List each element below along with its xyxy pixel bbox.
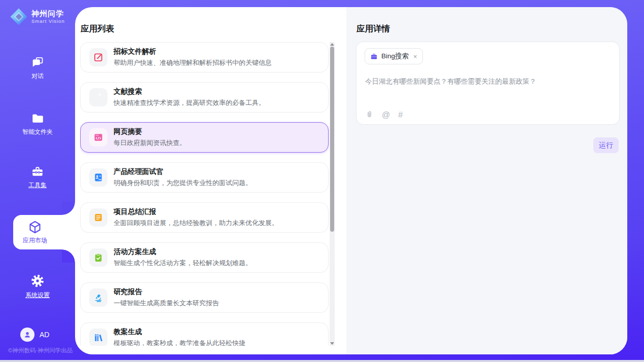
sidebar-item-label: 系统设置 — [25, 291, 50, 300]
user-initials: AD — [40, 331, 49, 339]
scroll-down-icon[interactable] — [330, 342, 334, 345]
app-name: 活动方案生成 — [114, 247, 252, 257]
gear-icon — [30, 274, 45, 288]
clipboard-icon — [89, 248, 108, 267]
app-card[interactable]: 文献搜索快速精准查找学术资源，提高研究效率的必备工具。 — [80, 82, 329, 113]
sidebar-item-label: 智能文件夹 — [22, 128, 53, 136]
mention-icon[interactable]: @ — [382, 111, 390, 120]
app-card[interactable]: 教案生成模板驱动，教案秒成，教学准备从此轻松快捷 — [80, 322, 329, 346]
app-name: 文献搜索 — [114, 87, 265, 96]
app-name: 项目总结汇报 — [114, 207, 278, 216]
app-desc: 快速精准查找学术资源，提高研究效率的必备工具。 — [114, 98, 265, 107]
app-card[interactable]: 活动方案生成智能生成个性化活动方案，轻松解决规划难题。 — [80, 242, 329, 273]
sidebar-item-settings[interactable]: 系统设置 — [0, 274, 75, 300]
tool-chip-label: Bing搜索 — [381, 52, 409, 61]
scroll-up-icon[interactable] — [330, 43, 334, 46]
sidebar-item-label: 应用市场 — [23, 236, 47, 245]
resume-icon — [89, 168, 108, 187]
edit-square-icon — [89, 48, 108, 66]
sidebar-item-toolset[interactable]: 工具集 — [0, 165, 75, 190]
person-icon — [23, 330, 32, 339]
chat-icon — [31, 56, 44, 69]
app-card[interactable]: 研究报告一键智能生成高质量长文本研究报告 — [80, 282, 329, 313]
brand-logo: 神州问学 Smart Vision — [10, 8, 65, 26]
window-bottom-edge — [0, 360, 644, 362]
app-desc: 模板驱动，教案秒成，教学准备从此轻松快捷 — [114, 339, 245, 346]
app-name: 产品经理面试官 — [114, 167, 252, 176]
prompt-card: Bing搜索 × 今日湖北有哪些新闻要点？有哪些需要关注的最新政策？ @ # — [356, 42, 620, 125]
app-desc: 每日政府新闻资讯快查。 — [114, 138, 186, 148]
list-scrollbar[interactable] — [330, 42, 335, 346]
microscope-icon — [89, 288, 108, 307]
folder-icon — [31, 112, 44, 125]
app-card[interactable]: 项目总结汇报全面回顾项目进展，总结经验教训，助力未来优化发展。 — [80, 202, 329, 233]
brand-subtitle: Smart Vision — [31, 19, 65, 24]
toolbox-icon — [31, 165, 44, 178]
app-card[interactable]: 网页摘要每日政府新闻资讯快查。 — [80, 122, 329, 153]
briefcase-icon — [370, 53, 378, 60]
browser-icon — [89, 128, 108, 147]
app-desc: 帮助用户快速、准确地理解和解析招标书中的关键信息 — [114, 58, 272, 67]
sidebar-item-chat[interactable]: 对话 — [0, 56, 75, 81]
app-name: 研究报告 — [114, 287, 219, 297]
app-card[interactable]: 招标文件解析帮助用户快速、准确地理解和解析招标书中的关键信息 — [80, 42, 329, 73]
query-input[interactable]: 今日湖北有哪些新闻要点？有哪些需要关注的最新政策？ — [365, 77, 609, 87]
detail-panel-title: 应用详情 — [356, 23, 390, 34]
note-icon — [89, 208, 108, 227]
app-list: 招标文件解析帮助用户快速、准确地理解和解析招标书中的关键信息文献搜索快速精准查找… — [80, 42, 330, 346]
app-name: 教案生成 — [114, 328, 245, 337]
app-desc: 全面回顾项目进展，总结经验教训，助力未来优化发展。 — [114, 219, 278, 228]
sidebar-item-app-market[interactable]: 应用市场 — [13, 215, 75, 249]
app-desc: 一键智能生成高质量长文本研究报告 — [114, 299, 219, 308]
paperclip-icon[interactable] — [365, 110, 374, 120]
sidebar-item-label: 对话 — [31, 72, 44, 81]
scrollbar-thumb[interactable] — [330, 47, 334, 232]
run-button[interactable]: 运行 — [593, 137, 619, 153]
copyright-footer: ©神州数码·神州问学出品 — [8, 347, 73, 354]
app-desc: 明确身份和职责，为您提供专业性的面试问题。 — [114, 178, 252, 188]
books-icon — [89, 329, 108, 346]
sidebar-item-label: 工具集 — [28, 181, 47, 190]
app-card[interactable]: 产品经理面试官明确身份和职责，为您提供专业性的面试问题。 — [80, 162, 329, 193]
chip-close-icon[interactable]: × — [413, 53, 417, 60]
list-panel-title: 应用列表 — [81, 23, 114, 34]
cube-icon — [27, 220, 43, 235]
sidebar-item-smart-folder[interactable]: 智能文件夹 — [0, 112, 75, 136]
app-name: 招标文件解析 — [114, 47, 272, 56]
app-detail-panel: 应用详情 Bing搜索 × 今日湖北有哪些新闻要点？有哪些需要关注的最新政策？ … — [346, 7, 627, 354]
avatar — [20, 328, 34, 342]
hashtag-icon[interactable]: # — [398, 111, 403, 120]
attachment-toolbar: @ # — [365, 110, 403, 120]
brand-diamond-icon — [10, 8, 28, 26]
main-content: 应用详情 Bing搜索 × 今日湖北有哪些新闻要点？有哪些需要关注的最新政策？ … — [75, 7, 627, 354]
tool-chip-bing[interactable]: Bing搜索 × — [365, 48, 423, 64]
app-desc: 智能生成个性化活动方案，轻松解决规划难题。 — [114, 259, 252, 268]
user-account[interactable]: AD — [20, 328, 49, 342]
brand-name: 神州问学 — [31, 10, 65, 18]
app-name: 网页摘要 — [114, 127, 186, 136]
book-icon — [89, 88, 108, 106]
